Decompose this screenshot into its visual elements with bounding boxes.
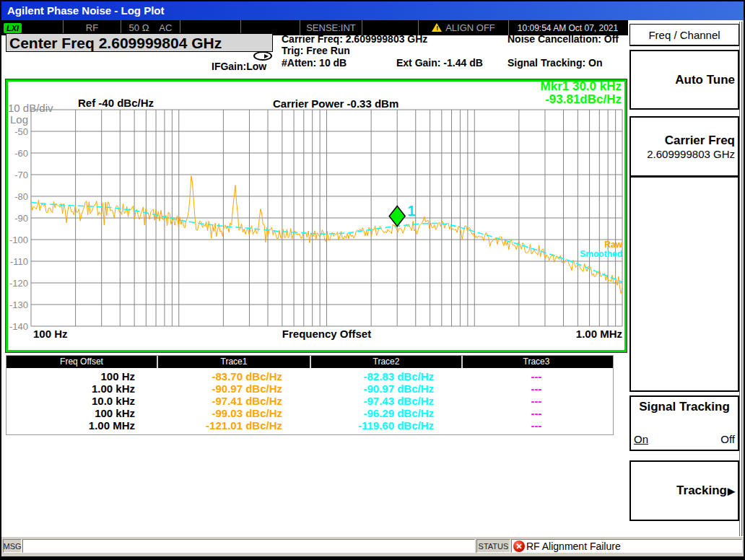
y-tick-label: -110 <box>10 256 28 267</box>
submenu-arrow-icon: ▶ <box>728 486 735 496</box>
sidebar-right-rail <box>739 22 742 536</box>
table-row: 100 Hz-83.70 dBc/Hz-82.83 dBc/Hz--- <box>6 370 613 382</box>
table-cell: 1.00 MHz <box>6 419 158 432</box>
warning-icon: ! <box>432 23 443 32</box>
marker-number-label: 1 <box>407 203 415 219</box>
carrier-freq-button-label: Carrier Freq <box>665 134 735 148</box>
align-indicator: ! ALIGN OFF <box>419 20 509 35</box>
message-box <box>22 539 475 553</box>
col-header-trace2: Trace2 <box>311 356 463 368</box>
table-cell: -90.97 dBc/Hz <box>158 382 311 395</box>
ifgain-readout: IFGain:Low <box>212 61 266 72</box>
table-cell: 1.00 kHz <box>6 382 158 395</box>
table-cell: -99.03 dBc/Hz <box>158 407 311 419</box>
smoothed-trace-tag: Smoothed <box>580 249 622 259</box>
marker-value: -93.81dBc/Hz <box>541 93 622 106</box>
x-stop-label: 1.00 MHz <box>576 328 622 340</box>
window-title-bar: Agilent Phase Noise - Log Plot <box>1 1 744 20</box>
signal-tracking-off-option[interactable]: Off <box>720 433 735 445</box>
decade-table-header: Freq Offset Trace1 Trace2 Trace3 <box>6 356 613 368</box>
table-cell: --- <box>463 382 610 395</box>
table-cell: -82.83 dBc/Hz <box>311 370 463 382</box>
table-cell: --- <box>463 370 610 382</box>
status-message-text: RF Alignment Failure <box>526 541 621 552</box>
table-cell: --- <box>463 419 610 432</box>
atten-readout: #Atten: 10 dB <box>282 57 347 69</box>
lxi-badge: LXI <box>4 23 22 33</box>
return-arrow-icon <box>253 51 272 61</box>
signal-tracking-button[interactable]: Signal Tracking On Off <box>629 395 739 451</box>
plot-inner: -50-60-70-80-90-100-110-120-130-1401 Mkr… <box>8 82 624 350</box>
y-tick-label: -90 <box>14 213 28 224</box>
signal-tracking-on-option[interactable]: On <box>634 433 648 445</box>
scale-per-div-label: 10 dB/div <box>8 102 53 114</box>
table-row: 1.00 MHz-121.01 dBc/Hz-119.60 dBc/Hz--- <box>6 419 613 432</box>
table-row: 1.00 kHz-90.97 dBc/Hz-90.97 dBc/Hz--- <box>6 382 613 395</box>
scale-type-label: Log <box>10 113 28 126</box>
table-cell: 100 Hz <box>6 370 158 382</box>
plot-canvas: -50-60-70-80-90-100-110-120-130-1401 <box>8 82 624 350</box>
table-cell: -119.60 dBc/Hz <box>311 419 463 432</box>
y-tick-label: -120 <box>9 278 28 289</box>
table-cell: 100 kHz <box>6 407 158 419</box>
ext-gain-readout: Ext Gain: -1.44 dB <box>396 57 483 69</box>
carrier-power-label: Carrier Power -0.33 dBm <box>273 97 398 110</box>
status-label: STATUS <box>476 539 510 553</box>
table-cell: 10.0 kHz <box>6 395 158 407</box>
coupling-indicator: AC <box>159 22 172 33</box>
footer-bar: MSG STATUS ✕ RF Alignment Failure <box>1 536 744 556</box>
tracking-button-label: Tracking <box>676 484 727 498</box>
raw-trace-tag: Raw <box>604 240 622 250</box>
marker-diamond[interactable] <box>389 206 405 226</box>
softkey-blank <box>629 177 739 392</box>
signal-tracking-button-label: Signal Tracking <box>634 400 735 414</box>
col-header-trace1: Trace1 <box>158 356 311 368</box>
trigger-readout: Trig: Free Run <box>282 45 350 56</box>
y-tick-label: -50 <box>14 126 28 137</box>
col-header-trace3: Trace3 <box>463 356 610 368</box>
msg-label: MSG <box>3 539 22 553</box>
decade-table-body: 100 Hz-83.70 dBc/Hz-82.83 dBc/Hz---1.00 … <box>6 368 613 434</box>
auto-tune-button[interactable]: Auto Tune <box>629 50 739 110</box>
table-cell: -83.70 dBc/Hz <box>158 370 311 382</box>
phase-noise-plot: -50-60-70-80-90-100-110-120-130-1401 Mkr… <box>6 79 627 352</box>
noise-cancellation-readout: Noise Cancellation: Off <box>507 33 619 45</box>
ref-level-label: Ref -40 dBc/Hz <box>78 97 154 109</box>
y-tick-label: -100 <box>9 235 28 245</box>
active-function-display: Center Freq 2.609999804 GHz <box>6 33 273 52</box>
x-axis-labels: 100 Hz Frequency Offset 1.00 MHz <box>31 328 622 341</box>
window-title: Agilent Phase Noise - Log Plot <box>7 4 165 17</box>
carrier-freq-button-value: 2.609999803 GHz <box>647 148 735 160</box>
carrier-freq-button[interactable]: Carrier Freq 2.609999803 GHz <box>629 116 739 177</box>
decade-table: Freq Offset Trace1 Trace2 Trace3 100 Hz-… <box>6 355 614 435</box>
y-tick-label: -80 <box>14 191 28 202</box>
impedance-indicator: 50 Ω <box>129 22 149 33</box>
menu-title-freq-channel: Freq / Channel <box>629 24 739 46</box>
carrier-freq-readout: Carrier Freq: 2.609999803 GHz <box>282 33 427 45</box>
y-tick-label: -60 <box>14 148 28 159</box>
status-message-box: ✕ RF Alignment Failure <box>511 539 742 553</box>
tracking-submenu-button[interactable]: Tracking ▶ <box>629 460 739 521</box>
table-cell: -121.01 dBc/Hz <box>158 419 311 432</box>
table-cell: -97.43 dBc/Hz <box>311 395 463 407</box>
col-header-freq-offset: Freq Offset <box>6 356 158 368</box>
y-tick-label: -70 <box>14 170 28 180</box>
x-axis-title: Frequency Offset <box>31 328 622 340</box>
y-tick-label: -130 <box>9 299 28 310</box>
signal-tracking-readout: Signal Tracking: On <box>507 57 602 69</box>
table-cell: --- <box>463 407 610 419</box>
marker-readout: Mkr1 30.0 kHz -93.81dBc/Hz <box>541 80 622 106</box>
table-cell: -97.41 dBc/Hz <box>158 395 311 407</box>
table-cell: -96.29 dBc/Hz <box>311 407 463 419</box>
table-cell: --- <box>463 395 610 407</box>
table-row: 10.0 kHz-97.41 dBc/Hz-97.43 dBc/Hz--- <box>6 395 613 407</box>
marker-freq: Mkr1 30.0 kHz <box>541 80 622 93</box>
table-cell: -90.97 dBc/Hz <box>311 382 463 395</box>
error-icon: ✕ <box>513 541 525 552</box>
y-tick-label: -140 <box>9 321 28 332</box>
table-row: 100 kHz-99.03 dBc/Hz-96.29 dBc/Hz--- <box>6 407 613 419</box>
